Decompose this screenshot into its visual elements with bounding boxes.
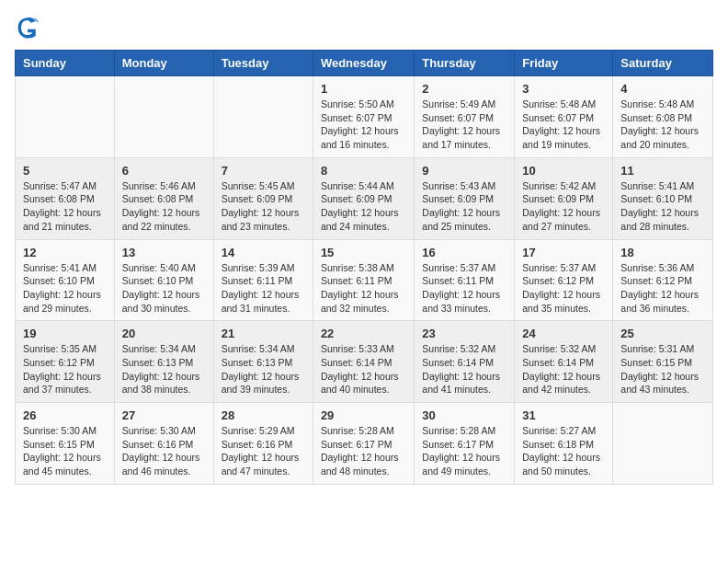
calendar-cell: 13Sunrise: 5:40 AMSunset: 6:10 PMDayligh… [114, 239, 213, 321]
day-info: Sunrise: 5:45 AMSunset: 6:09 PMDaylight:… [222, 179, 305, 234]
day-info: Sunrise: 5:44 AMSunset: 6:09 PMDaylight:… [321, 179, 406, 234]
day-info: Sunrise: 5:29 AMSunset: 6:16 PMDaylight:… [222, 424, 305, 478]
calendar-cell: 10Sunrise: 5:42 AMSunset: 6:09 PMDayligh… [515, 157, 613, 239]
day-number: 12 [23, 246, 107, 259]
week-row-0: 1Sunrise: 5:50 AMSunset: 6:07 PMDaylight… [16, 76, 713, 158]
calendar-cell: 22Sunrise: 5:33 AMSunset: 6:14 PMDayligh… [313, 321, 414, 403]
weekday-header-thursday: Thursday [415, 51, 515, 76]
day-info: Sunrise: 5:32 AMSunset: 6:14 PMDaylight:… [522, 342, 605, 396]
day-info: Sunrise: 5:46 AMSunset: 6:08 PMDaylight:… [122, 179, 206, 234]
day-info: Sunrise: 5:30 AMSunset: 6:15 PMDaylight:… [23, 424, 107, 478]
calendar-cell: 19Sunrise: 5:35 AMSunset: 6:12 PMDayligh… [16, 321, 115, 403]
week-row-2: 12Sunrise: 5:41 AMSunset: 6:10 PMDayligh… [16, 239, 713, 321]
calendar-cell: 27Sunrise: 5:30 AMSunset: 6:16 PMDayligh… [114, 403, 213, 485]
day-number: 1 [321, 82, 406, 96]
calendar-cell: 9Sunrise: 5:43 AMSunset: 6:09 PMDaylight… [415, 157, 515, 239]
day-number: 4 [620, 82, 705, 96]
calendar-cell: 8Sunrise: 5:44 AMSunset: 6:09 PMDaylight… [313, 157, 414, 239]
calendar-cell [16, 76, 115, 158]
day-info: Sunrise: 5:31 AMSunset: 6:15 PMDaylight:… [620, 342, 705, 396]
calendar-cell: 2Sunrise: 5:49 AMSunset: 6:07 PMDaylight… [415, 76, 515, 158]
day-number: 25 [620, 327, 705, 340]
day-info: Sunrise: 5:48 AMSunset: 6:07 PMDaylight:… [522, 98, 605, 152]
week-row-4: 26Sunrise: 5:30 AMSunset: 6:15 PMDayligh… [16, 403, 713, 485]
calendar-cell: 14Sunrise: 5:39 AMSunset: 6:11 PMDayligh… [213, 239, 313, 321]
calendar-cell: 17Sunrise: 5:37 AMSunset: 6:12 PMDayligh… [515, 239, 613, 321]
logo-icon [15, 15, 40, 40]
day-number: 19 [23, 327, 107, 340]
day-info: Sunrise: 5:39 AMSunset: 6:11 PMDaylight:… [222, 261, 305, 316]
day-info: Sunrise: 5:33 AMSunset: 6:14 PMDaylight:… [321, 342, 406, 396]
day-number: 9 [422, 164, 506, 178]
calendar-header: SundayMondayTuesdayWednesdayThursdayFrid… [16, 51, 713, 76]
calendar-cell: 12Sunrise: 5:41 AMSunset: 6:10 PMDayligh… [16, 239, 115, 321]
day-info: Sunrise: 5:41 AMSunset: 6:10 PMDaylight:… [23, 261, 107, 316]
day-info: Sunrise: 5:47 AMSunset: 6:08 PMDaylight:… [23, 179, 107, 234]
calendar-cell: 31Sunrise: 5:27 AMSunset: 6:18 PMDayligh… [515, 403, 613, 485]
calendar-cell: 21Sunrise: 5:34 AMSunset: 6:13 PMDayligh… [213, 321, 313, 403]
weekday-header-saturday: Saturday [613, 51, 713, 76]
calendar-cell: 16Sunrise: 5:37 AMSunset: 6:11 PMDayligh… [415, 239, 515, 321]
day-number: 23 [422, 327, 506, 340]
calendar-cell [213, 76, 313, 158]
day-number: 11 [620, 164, 705, 178]
page-header [15, 15, 713, 40]
day-number: 13 [122, 246, 206, 259]
calendar-cell [613, 403, 713, 485]
calendar-cell: 15Sunrise: 5:38 AMSunset: 6:11 PMDayligh… [313, 239, 414, 321]
day-info: Sunrise: 5:28 AMSunset: 6:17 PMDaylight:… [422, 424, 506, 478]
weekday-header-tuesday: Tuesday [213, 51, 313, 76]
day-info: Sunrise: 5:48 AMSunset: 6:08 PMDaylight:… [620, 98, 705, 152]
day-number: 29 [321, 408, 406, 422]
weekday-header-wednesday: Wednesday [313, 51, 414, 76]
weekday-header-sunday: Sunday [16, 51, 115, 76]
day-info: Sunrise: 5:32 AMSunset: 6:14 PMDaylight:… [422, 342, 506, 396]
logo [15, 15, 44, 40]
day-number: 21 [222, 327, 305, 340]
day-info: Sunrise: 5:36 AMSunset: 6:12 PMDaylight:… [620, 261, 705, 316]
calendar-cell: 1Sunrise: 5:50 AMSunset: 6:07 PMDaylight… [313, 76, 414, 158]
day-info: Sunrise: 5:27 AMSunset: 6:18 PMDaylight:… [522, 424, 605, 478]
day-info: Sunrise: 5:35 AMSunset: 6:12 PMDaylight:… [23, 342, 107, 396]
day-info: Sunrise: 5:38 AMSunset: 6:11 PMDaylight:… [321, 261, 406, 316]
calendar-cell: 25Sunrise: 5:31 AMSunset: 6:15 PMDayligh… [613, 321, 713, 403]
calendar-cell: 26Sunrise: 5:30 AMSunset: 6:15 PMDayligh… [16, 403, 115, 485]
day-info: Sunrise: 5:49 AMSunset: 6:07 PMDaylight:… [422, 98, 506, 152]
weekday-header-monday: Monday [114, 51, 213, 76]
day-number: 3 [522, 82, 605, 96]
calendar-cell: 28Sunrise: 5:29 AMSunset: 6:16 PMDayligh… [213, 403, 313, 485]
calendar-cell: 23Sunrise: 5:32 AMSunset: 6:14 PMDayligh… [415, 321, 515, 403]
day-number: 26 [23, 408, 107, 422]
day-number: 27 [122, 408, 206, 422]
day-info: Sunrise: 5:28 AMSunset: 6:17 PMDaylight:… [321, 424, 406, 478]
calendar-cell: 24Sunrise: 5:32 AMSunset: 6:14 PMDayligh… [515, 321, 613, 403]
day-number: 16 [422, 246, 506, 259]
week-row-1: 5Sunrise: 5:47 AMSunset: 6:08 PMDaylight… [16, 157, 713, 239]
day-info: Sunrise: 5:40 AMSunset: 6:10 PMDaylight:… [122, 261, 206, 316]
day-info: Sunrise: 5:42 AMSunset: 6:09 PMDaylight:… [522, 179, 605, 234]
weekday-header-friday: Friday [515, 51, 613, 76]
calendar-body: 1Sunrise: 5:50 AMSunset: 6:07 PMDaylight… [16, 76, 713, 485]
day-number: 24 [522, 327, 605, 340]
day-info: Sunrise: 5:50 AMSunset: 6:07 PMDaylight:… [321, 98, 406, 152]
day-info: Sunrise: 5:37 AMSunset: 6:12 PMDaylight:… [522, 261, 605, 316]
day-info: Sunrise: 5:41 AMSunset: 6:10 PMDaylight:… [620, 179, 705, 234]
day-info: Sunrise: 5:34 AMSunset: 6:13 PMDaylight:… [122, 342, 206, 396]
calendar-cell: 20Sunrise: 5:34 AMSunset: 6:13 PMDayligh… [114, 321, 213, 403]
day-number: 5 [23, 164, 107, 178]
calendar-cell: 7Sunrise: 5:45 AMSunset: 6:09 PMDaylight… [213, 157, 313, 239]
day-number: 2 [422, 82, 506, 96]
calendar-cell: 30Sunrise: 5:28 AMSunset: 6:17 PMDayligh… [415, 403, 515, 485]
day-number: 18 [620, 246, 705, 259]
day-info: Sunrise: 5:30 AMSunset: 6:16 PMDaylight:… [122, 424, 206, 478]
calendar-table: SundayMondayTuesdayWednesdayThursdayFrid… [15, 50, 713, 485]
day-number: 20 [122, 327, 206, 340]
calendar-cell: 18Sunrise: 5:36 AMSunset: 6:12 PMDayligh… [613, 239, 713, 321]
calendar-cell: 29Sunrise: 5:28 AMSunset: 6:17 PMDayligh… [313, 403, 414, 485]
day-number: 10 [522, 164, 605, 178]
calendar-cell: 4Sunrise: 5:48 AMSunset: 6:08 PMDaylight… [613, 76, 713, 158]
day-info: Sunrise: 5:43 AMSunset: 6:09 PMDaylight:… [422, 179, 506, 234]
day-info: Sunrise: 5:37 AMSunset: 6:11 PMDaylight:… [422, 261, 506, 316]
calendar-cell: 11Sunrise: 5:41 AMSunset: 6:10 PMDayligh… [613, 157, 713, 239]
calendar-cell: 6Sunrise: 5:46 AMSunset: 6:08 PMDaylight… [114, 157, 213, 239]
